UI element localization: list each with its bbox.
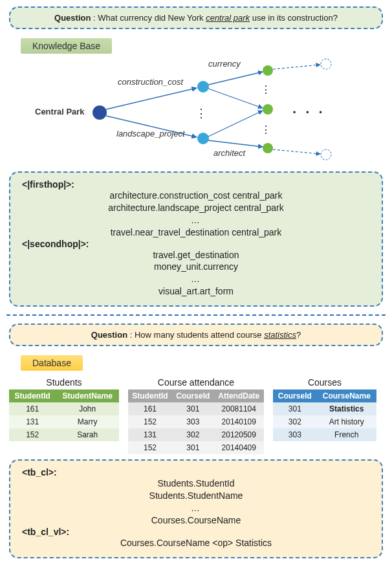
tbcl-header: <tb_cl>:: [22, 467, 370, 477]
ellipsis-icon: . . .: [292, 100, 325, 117]
question2-label: Question: [91, 330, 127, 340]
db-result-box: <tb_cl>: Students.StudentId Students.Stu…: [9, 459, 383, 558]
secondhop-item: money_unit.currency: [22, 261, 370, 273]
table-row: 16130120081104: [128, 402, 264, 415]
tbcl-item: Students.StudentName: [22, 490, 370, 502]
secondhop-item: visual_art.art_form: [22, 285, 370, 298]
graph-edge-construction-cost: construction_cost: [118, 77, 183, 87]
table-row: 152Sarah: [9, 428, 119, 441]
svg-line-12: [208, 111, 263, 137]
courses-caption: Courses: [273, 377, 376, 388]
table-row: 302Art history: [273, 415, 376, 428]
secondhop-item: travel.get_destination: [22, 249, 370, 261]
knowledge-graph: ⋮ ⋮ ⋮ Central Park construction_cost lan…: [9, 58, 383, 168]
col-header: CourseId: [172, 389, 214, 402]
col-header: CourseName: [317, 389, 376, 402]
question2-post: ?: [296, 330, 301, 340]
svg-point-4: [263, 104, 273, 115]
graph-edge-landscape-project: landscape_project: [116, 129, 185, 138]
attendance-table: StudentId CourseId AttendDate 1613012008…: [128, 389, 264, 454]
svg-point-1: [197, 81, 209, 93]
firsthop-item: architecture.construction_cost central_p…: [22, 190, 370, 202]
svg-point-5: [263, 143, 273, 153]
firsthop-item: travel.near_travel_destination central_p…: [22, 226, 370, 239]
table-row: 161John: [9, 402, 119, 415]
svg-text:⋮: ⋮: [195, 107, 207, 120]
col-header: StudentId: [128, 389, 172, 402]
ellipsis-text: …: [22, 273, 370, 285]
firsthop-header: <|firsthop|>:: [22, 179, 370, 190]
svg-point-2: [197, 133, 209, 144]
question2-pre: How many students attend course: [135, 330, 264, 340]
svg-line-8: [106, 88, 197, 109]
courses-table: CourseId CourseName 301Statistics 302Art…: [273, 389, 376, 441]
kb-result-box: <|firsthop|>: architecture.construction_…: [9, 171, 383, 307]
col-header: StudentName: [56, 389, 119, 402]
table-row: 13130220120509: [128, 428, 264, 441]
table-row: 15230320140109: [128, 415, 264, 428]
svg-point-3: [263, 65, 273, 76]
svg-line-13: [208, 140, 263, 147]
students-caption: Students: [9, 377, 119, 388]
col-header: CourseId: [273, 389, 317, 402]
db-tag: Database: [21, 355, 83, 371]
tbclvl-header: <tb_cl_vl>:: [22, 527, 370, 537]
question1-underlined: central park: [206, 13, 250, 23]
ellipsis-text: …: [22, 214, 370, 226]
question1-label: Question: [54, 13, 91, 23]
ellipsis-text: …: [22, 502, 370, 514]
tbclvl-item: Courses.CourseName <op> Statistics: [22, 537, 370, 549]
firsthop-item: architecture.landscape_project central_p…: [22, 202, 370, 214]
tbcl-item: Students.StudentId: [22, 477, 370, 490]
svg-text:⋮: ⋮: [261, 84, 271, 95]
section-divider: [6, 314, 386, 316]
attendance-caption: Course attendance: [128, 377, 264, 388]
svg-line-15: [273, 149, 320, 154]
table-row: 301Statistics: [273, 402, 376, 415]
table-row: 15230120140409: [128, 441, 264, 454]
graph-edge-currency: currency: [208, 59, 241, 69]
svg-point-6: [321, 59, 331, 69]
table-row: 303French: [273, 428, 376, 441]
svg-line-11: [208, 89, 263, 108]
graph-root-label: Central Park: [35, 107, 85, 116]
question-box-2: Question : How many students attend cour…: [9, 323, 383, 346]
svg-point-0: [93, 105, 107, 120]
secondhop-header: <|secondhop|>:: [22, 239, 370, 249]
graph-edge-architect: architect: [213, 148, 245, 158]
svg-text:⋮: ⋮: [261, 124, 271, 135]
tbcl-item: Courses.CourseName: [22, 514, 370, 527]
table-row: 131Marry: [9, 415, 119, 428]
question1-pre: What currency did New York: [98, 13, 206, 23]
kb-tag: Knowledge Base: [21, 38, 112, 54]
students-table: StudentId StudentName 161John 131Marry 1…: [9, 389, 119, 441]
question2-underlined: statistics: [264, 330, 296, 340]
question1-post: use in its construction?: [250, 13, 338, 23]
question-box-1: Question : What currency did New York ce…: [9, 6, 383, 29]
svg-point-7: [321, 149, 331, 160]
svg-line-14: [273, 65, 320, 69]
svg-line-10: [208, 72, 263, 85]
col-header: StudentId: [9, 389, 56, 402]
col-header: AttendDate: [214, 389, 264, 402]
db-tables: Students StudentId StudentName 161John 1…: [9, 377, 383, 454]
